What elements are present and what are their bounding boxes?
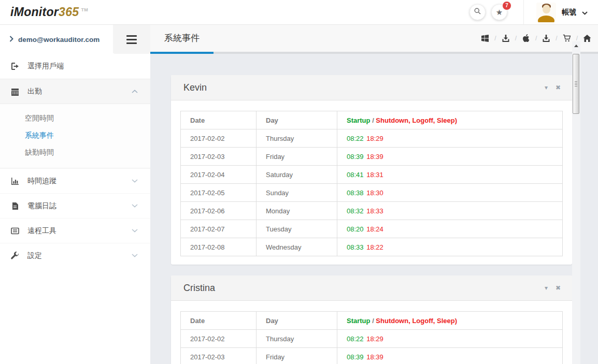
wrench-icon	[10, 251, 20, 260]
scrollbar	[572, 41, 580, 364]
event-row: 2017-02-02 Thursday 08:22 18:29	[181, 330, 563, 348]
sidebar-item-settings[interactable]: 設定	[0, 243, 150, 268]
panel-controls: ▾ ✖	[545, 84, 561, 91]
event-row: 2017-02-06 Monday 08:32 18:33	[181, 202, 563, 220]
windows-icon[interactable]	[481, 34, 489, 42]
user-panel: Kevin ▾ ✖ Date Day Startup / Shutdown, L…	[171, 75, 572, 265]
shutdown-label: Shutdown, Logoff, Sleep)	[376, 117, 457, 124]
scrollbar-up-button[interactable]	[572, 41, 580, 50]
notifications-button[interactable]: ★ 7	[491, 4, 507, 20]
shutdown-time: 18:31	[366, 171, 383, 179]
sidebar-item-computer-logs[interactable]: 電腦日誌	[0, 193, 150, 218]
event-day: Tuesday	[257, 220, 337, 238]
table-header-row: Date Day Startup / Shutdown, Logoff, Sle…	[181, 111, 563, 129]
collapse-panel-icon[interactable]: ▾	[545, 285, 548, 291]
download-windows-icon[interactable]	[502, 34, 510, 42]
content-area: 系統事件 ///// Kevin ▾ ✖ Date Day Startup	[150, 25, 598, 364]
event-row: 2017-02-08 Wednesday 08:33 18:22	[181, 238, 563, 256]
sidebar-item-select-client[interactable]: 選擇用戶端	[0, 54, 150, 79]
client-selector[interactable]: demo@workauditor.com	[0, 25, 113, 54]
panel-title: Kevin	[183, 82, 207, 93]
startup-label: Startup	[347, 117, 371, 124]
app-window: iMonitor365TM ★ 7 帳號	[0, 0, 598, 364]
startup-time: 08:39	[347, 353, 364, 361]
toolbar-separator: /	[535, 35, 537, 42]
column-header-events: Startup / Shutdown, Logoff, Sleep)	[337, 111, 563, 129]
platform-toolbar: /////	[481, 25, 598, 52]
panel-header: Cristina ▾ ✖	[171, 275, 572, 301]
collapse-panel-icon[interactable]: ▾	[545, 84, 548, 91]
sidebar-item-idle-time[interactable]: 空閒時間	[0, 110, 150, 127]
events-table: Date Day Startup / Shutdown, Logoff, Sle…	[180, 311, 563, 364]
sidebar-item-remote-tools[interactable]: 遠程工具	[0, 218, 150, 243]
sidebar-item-label: 設定	[27, 251, 42, 260]
event-times: 08:38 18:30	[337, 184, 563, 202]
brand-logo[interactable]: iMonitor365TM	[0, 5, 88, 19]
panels-container: Kevin ▾ ✖ Date Day Startup / Shutdown, L…	[171, 75, 572, 364]
sidebar-item-system-events[interactable]: 系統事件	[0, 127, 150, 144]
sidebar-item-attendance[interactable]: 出勤	[0, 79, 150, 104]
logout-icon	[10, 62, 20, 71]
column-header-date: Date	[181, 111, 257, 129]
shutdown-label: Shutdown, Logoff, Sleep)	[376, 317, 457, 325]
table-header-row: Date Day Startup / Shutdown, Logoff, Sle…	[181, 312, 563, 330]
event-times: 08:22 18:29	[337, 129, 563, 148]
scrollbar-thumb[interactable]	[573, 54, 579, 114]
event-day: Saturday	[257, 166, 337, 184]
startup-time: 08:39	[347, 153, 364, 161]
column-header-day: Day	[257, 312, 337, 330]
event-date: 2017-02-02	[181, 330, 257, 348]
event-times: 08:39 18:39	[337, 148, 563, 166]
close-panel-icon[interactable]: ✖	[556, 285, 561, 291]
startup-time: 08:22	[347, 335, 364, 343]
event-date: 2017-02-06	[181, 202, 257, 220]
apple-icon[interactable]	[522, 34, 530, 42]
shutdown-time: 18:33	[366, 207, 383, 215]
chevron-down-icon	[132, 179, 138, 183]
main-shell: demo@workauditor.com 選擇用戶端 出勤	[0, 25, 598, 364]
sidebar: demo@workauditor.com 選擇用戶端 出勤	[0, 25, 150, 364]
bar-chart-icon	[10, 177, 20, 186]
download-mac-icon[interactable]	[542, 34, 550, 42]
search-icon	[474, 7, 481, 17]
events-table: Date Day Startup / Shutdown, Logoff, Sle…	[180, 111, 563, 256]
cart-icon[interactable]	[563, 34, 571, 42]
account-menu[interactable]: 帳號	[524, 0, 598, 24]
event-date: 2017-02-07	[181, 220, 257, 238]
chevron-right-icon	[9, 36, 13, 43]
sidebar-toggle-button[interactable]	[113, 25, 150, 54]
event-day: Sunday	[257, 184, 337, 202]
topbar: iMonitor365TM ★ 7 帳號	[0, 0, 598, 25]
event-times: 08:41 18:31	[337, 166, 563, 184]
chevron-down-icon	[132, 229, 138, 232]
sidebar-item-time-tracking[interactable]: 時間追蹤	[0, 168, 150, 193]
event-times: 08:22 18:29	[337, 330, 563, 348]
user-panel: Cristina ▾ ✖ Date Day Startup / Shutdown…	[171, 275, 572, 364]
chevron-down-icon	[132, 254, 138, 257]
shutdown-time: 18:39	[366, 353, 383, 361]
topbar-actions: ★ 7 帳號	[469, 0, 598, 24]
content-header: 系統事件 /////	[150, 25, 598, 54]
scrollbar-grip	[575, 81, 577, 86]
event-row: 2017-02-04 Saturday 08:41 18:31	[181, 166, 563, 184]
panel-title: Cristina	[183, 283, 215, 294]
event-date: 2017-02-04	[181, 166, 257, 184]
shutdown-time: 18:29	[366, 135, 383, 142]
event-day: Thursday	[257, 330, 337, 348]
avatar	[536, 3, 556, 22]
tab-system-events[interactable]: 系統事件	[150, 25, 213, 54]
sidebar-item-label: 出勤	[27, 87, 42, 96]
home-icon[interactable]	[583, 34, 591, 42]
chevron-down-icon	[582, 8, 588, 17]
startup-time: 08:22	[347, 135, 364, 142]
event-times: 08:20 18:24	[337, 220, 563, 238]
close-panel-icon[interactable]: ✖	[556, 84, 561, 91]
chevron-down-icon	[132, 204, 138, 208]
event-row: 2017-02-02 Thursday 08:22 18:29	[181, 129, 563, 148]
column-header-day: Day	[257, 111, 337, 129]
startup-time: 08:33	[347, 243, 364, 251]
shutdown-time: 18:39	[366, 153, 383, 161]
search-button[interactable]	[469, 4, 486, 20]
shutdown-time: 18:30	[366, 189, 383, 197]
sidebar-item-absence-time[interactable]: 缺勤時間	[0, 144, 150, 161]
